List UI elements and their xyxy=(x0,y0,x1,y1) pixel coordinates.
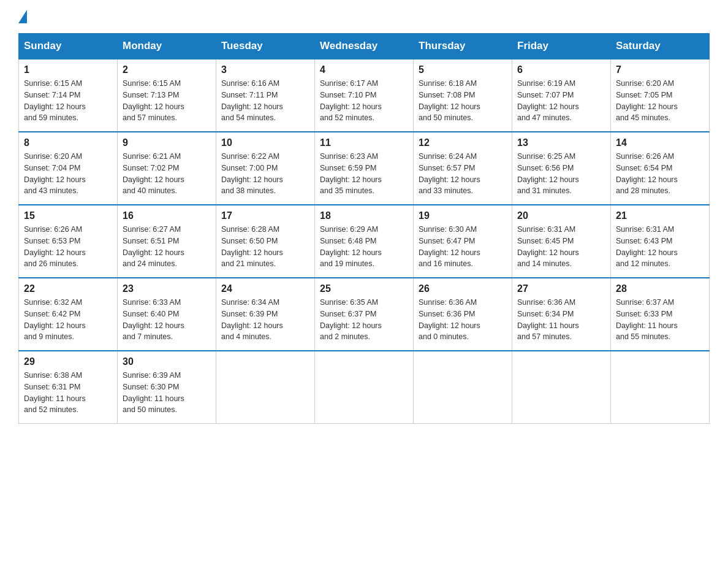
day-info: Sunrise: 6:26 AMSunset: 6:53 PMDaylight:… xyxy=(24,224,112,270)
col-header-thursday: Thursday xyxy=(414,34,512,59)
day-info: Sunrise: 6:15 AMSunset: 7:13 PMDaylight:… xyxy=(123,78,211,124)
calendar-cell: 7 Sunrise: 6:20 AMSunset: 7:05 PMDayligh… xyxy=(611,59,710,132)
day-info: Sunrise: 6:19 AMSunset: 7:07 PMDaylight:… xyxy=(517,78,605,124)
day-info: Sunrise: 6:17 AMSunset: 7:10 PMDaylight:… xyxy=(320,78,408,124)
day-info: Sunrise: 6:28 AMSunset: 6:50 PMDaylight:… xyxy=(221,224,309,270)
day-number: 28 xyxy=(616,283,704,294)
logo-triangle-icon xyxy=(18,10,27,23)
day-number: 18 xyxy=(320,210,408,221)
calendar-cell: 2 Sunrise: 6:15 AMSunset: 7:13 PMDayligh… xyxy=(118,59,216,132)
calendar-cell: 11 Sunrise: 6:23 AMSunset: 6:59 PMDaylig… xyxy=(315,132,414,205)
day-info: Sunrise: 6:36 AMSunset: 6:36 PMDaylight:… xyxy=(419,297,507,343)
calendar-cell: 29 Sunrise: 6:38 AMSunset: 6:31 PMDaylig… xyxy=(19,351,118,424)
col-header-tuesday: Tuesday xyxy=(216,34,315,59)
day-info: Sunrise: 6:24 AMSunset: 6:57 PMDaylight:… xyxy=(419,151,507,197)
day-number: 4 xyxy=(320,64,408,75)
calendar-cell: 4 Sunrise: 6:17 AMSunset: 7:10 PMDayligh… xyxy=(315,59,414,132)
calendar-week-1: 1 Sunrise: 6:15 AMSunset: 7:14 PMDayligh… xyxy=(19,59,710,132)
calendar-cell: 24 Sunrise: 6:34 AMSunset: 6:39 PMDaylig… xyxy=(216,278,315,351)
calendar-cell: 13 Sunrise: 6:25 AMSunset: 6:56 PMDaylig… xyxy=(512,132,611,205)
day-number: 17 xyxy=(221,210,309,221)
calendar-cell: 19 Sunrise: 6:30 AMSunset: 6:47 PMDaylig… xyxy=(414,205,512,278)
calendar-cell: 12 Sunrise: 6:24 AMSunset: 6:57 PMDaylig… xyxy=(414,132,512,205)
day-number: 16 xyxy=(123,210,211,221)
day-number: 22 xyxy=(24,283,112,294)
calendar-cell: 28 Sunrise: 6:37 AMSunset: 6:33 PMDaylig… xyxy=(611,278,710,351)
day-info: Sunrise: 6:22 AMSunset: 7:00 PMDaylight:… xyxy=(221,151,309,197)
day-number: 13 xyxy=(517,137,605,148)
calendar-week-3: 15 Sunrise: 6:26 AMSunset: 6:53 PMDaylig… xyxy=(19,205,710,278)
calendar-table: SundayMondayTuesdayWednesdayThursdayFrid… xyxy=(18,33,710,424)
calendar-header-row: SundayMondayTuesdayWednesdayThursdayFrid… xyxy=(19,34,710,59)
calendar-week-5: 29 Sunrise: 6:38 AMSunset: 6:31 PMDaylig… xyxy=(19,351,710,424)
calendar-cell: 25 Sunrise: 6:35 AMSunset: 6:37 PMDaylig… xyxy=(315,278,414,351)
calendar-cell: 8 Sunrise: 6:20 AMSunset: 7:04 PMDayligh… xyxy=(19,132,118,205)
day-info: Sunrise: 6:25 AMSunset: 6:56 PMDaylight:… xyxy=(517,151,605,197)
calendar-cell: 1 Sunrise: 6:15 AMSunset: 7:14 PMDayligh… xyxy=(19,59,118,132)
page-header xyxy=(18,12,710,21)
col-header-monday: Monday xyxy=(118,34,216,59)
calendar-cell: 18 Sunrise: 6:29 AMSunset: 6:48 PMDaylig… xyxy=(315,205,414,278)
day-info: Sunrise: 6:31 AMSunset: 6:45 PMDaylight:… xyxy=(517,224,605,270)
day-info: Sunrise: 6:33 AMSunset: 6:40 PMDaylight:… xyxy=(123,297,211,343)
day-info: Sunrise: 6:37 AMSunset: 6:33 PMDaylight:… xyxy=(616,297,704,343)
calendar-cell: 16 Sunrise: 6:27 AMSunset: 6:51 PMDaylig… xyxy=(118,205,216,278)
day-info: Sunrise: 6:39 AMSunset: 6:30 PMDaylight:… xyxy=(123,370,211,416)
calendar-cell: 9 Sunrise: 6:21 AMSunset: 7:02 PMDayligh… xyxy=(118,132,216,205)
day-info: Sunrise: 6:35 AMSunset: 6:37 PMDaylight:… xyxy=(320,297,408,343)
calendar-cell: 3 Sunrise: 6:16 AMSunset: 7:11 PMDayligh… xyxy=(216,59,315,132)
col-header-friday: Friday xyxy=(512,34,611,59)
calendar-cell xyxy=(611,351,710,424)
day-number: 30 xyxy=(123,356,211,367)
calendar-week-2: 8 Sunrise: 6:20 AMSunset: 7:04 PMDayligh… xyxy=(19,132,710,205)
day-info: Sunrise: 6:23 AMSunset: 6:59 PMDaylight:… xyxy=(320,151,408,197)
day-number: 8 xyxy=(24,137,112,148)
day-number: 10 xyxy=(221,137,309,148)
col-header-saturday: Saturday xyxy=(611,34,710,59)
day-number: 21 xyxy=(616,210,704,221)
calendar-cell: 23 Sunrise: 6:33 AMSunset: 6:40 PMDaylig… xyxy=(118,278,216,351)
calendar-cell xyxy=(414,351,512,424)
day-info: Sunrise: 6:15 AMSunset: 7:14 PMDaylight:… xyxy=(24,78,112,124)
day-number: 20 xyxy=(517,210,605,221)
calendar-cell: 15 Sunrise: 6:26 AMSunset: 6:53 PMDaylig… xyxy=(19,205,118,278)
calendar-cell: 21 Sunrise: 6:31 AMSunset: 6:43 PMDaylig… xyxy=(611,205,710,278)
day-info: Sunrise: 6:31 AMSunset: 6:43 PMDaylight:… xyxy=(616,224,704,270)
day-info: Sunrise: 6:36 AMSunset: 6:34 PMDaylight:… xyxy=(517,297,605,343)
calendar-cell: 6 Sunrise: 6:19 AMSunset: 7:07 PMDayligh… xyxy=(512,59,611,132)
day-number: 1 xyxy=(24,64,112,75)
day-number: 25 xyxy=(320,283,408,294)
calendar-cell: 14 Sunrise: 6:26 AMSunset: 6:54 PMDaylig… xyxy=(611,132,710,205)
day-info: Sunrise: 6:20 AMSunset: 7:04 PMDaylight:… xyxy=(24,151,112,197)
calendar-cell: 27 Sunrise: 6:36 AMSunset: 6:34 PMDaylig… xyxy=(512,278,611,351)
day-number: 24 xyxy=(221,283,309,294)
calendar-cell: 10 Sunrise: 6:22 AMSunset: 7:00 PMDaylig… xyxy=(216,132,315,205)
day-number: 19 xyxy=(419,210,507,221)
logo xyxy=(18,12,27,21)
day-info: Sunrise: 6:38 AMSunset: 6:31 PMDaylight:… xyxy=(24,370,112,416)
day-number: 15 xyxy=(24,210,112,221)
calendar-cell xyxy=(216,351,315,424)
col-header-sunday: Sunday xyxy=(19,34,118,59)
calendar-week-4: 22 Sunrise: 6:32 AMSunset: 6:42 PMDaylig… xyxy=(19,278,710,351)
day-number: 2 xyxy=(123,64,211,75)
day-number: 3 xyxy=(221,64,309,75)
day-info: Sunrise: 6:26 AMSunset: 6:54 PMDaylight:… xyxy=(616,151,704,197)
day-info: Sunrise: 6:30 AMSunset: 6:47 PMDaylight:… xyxy=(419,224,507,270)
day-info: Sunrise: 6:21 AMSunset: 7:02 PMDaylight:… xyxy=(123,151,211,197)
day-number: 26 xyxy=(419,283,507,294)
day-number: 7 xyxy=(616,64,704,75)
day-number: 11 xyxy=(320,137,408,148)
day-info: Sunrise: 6:16 AMSunset: 7:11 PMDaylight:… xyxy=(221,78,309,124)
day-info: Sunrise: 6:34 AMSunset: 6:39 PMDaylight:… xyxy=(221,297,309,343)
col-header-wednesday: Wednesday xyxy=(315,34,414,59)
day-number: 27 xyxy=(517,283,605,294)
calendar-cell xyxy=(512,351,611,424)
day-number: 6 xyxy=(517,64,605,75)
calendar-cell: 22 Sunrise: 6:32 AMSunset: 6:42 PMDaylig… xyxy=(19,278,118,351)
day-number: 23 xyxy=(123,283,211,294)
day-number: 29 xyxy=(24,356,112,367)
day-info: Sunrise: 6:29 AMSunset: 6:48 PMDaylight:… xyxy=(320,224,408,270)
calendar-cell xyxy=(315,351,414,424)
calendar-cell: 30 Sunrise: 6:39 AMSunset: 6:30 PMDaylig… xyxy=(118,351,216,424)
